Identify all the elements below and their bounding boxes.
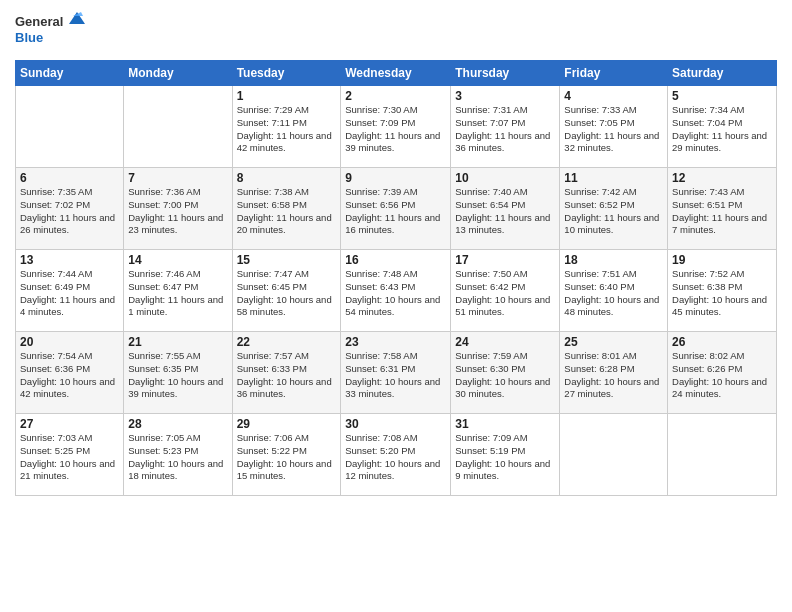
calendar-week-row: 6 Sunrise: 7:35 AM Sunset: 7:02 PM Dayli… bbox=[16, 168, 777, 250]
col-sunday: Sunday bbox=[16, 61, 124, 86]
col-friday: Friday bbox=[560, 61, 668, 86]
calendar-cell: 26 Sunrise: 8:02 AM Sunset: 6:26 PM Dayl… bbox=[668, 332, 777, 414]
day-info: Sunrise: 7:36 AM Sunset: 7:00 PM Dayligh… bbox=[128, 186, 227, 237]
calendar-cell: 18 Sunrise: 7:51 AM Sunset: 6:40 PM Dayl… bbox=[560, 250, 668, 332]
day-number: 10 bbox=[455, 171, 555, 185]
day-info: Sunrise: 7:34 AM Sunset: 7:04 PM Dayligh… bbox=[672, 104, 772, 155]
day-number: 4 bbox=[564, 89, 663, 103]
calendar-cell: 22 Sunrise: 7:57 AM Sunset: 6:33 PM Dayl… bbox=[232, 332, 341, 414]
sunrise-text: Sunrise: 7:06 AM bbox=[237, 432, 309, 443]
calendar: Sunday Monday Tuesday Wednesday Thursday… bbox=[15, 60, 777, 496]
daylight-text: Daylight: 11 hours and 42 minutes. bbox=[237, 130, 332, 154]
calendar-cell: 11 Sunrise: 7:42 AM Sunset: 6:52 PM Dayl… bbox=[560, 168, 668, 250]
day-number: 5 bbox=[672, 89, 772, 103]
logo-svg: General Blue bbox=[15, 10, 85, 52]
sunset-text: Sunset: 6:42 PM bbox=[455, 281, 525, 292]
sunset-text: Sunset: 6:45 PM bbox=[237, 281, 307, 292]
sunset-text: Sunset: 7:04 PM bbox=[672, 117, 742, 128]
day-info: Sunrise: 7:40 AM Sunset: 6:54 PM Dayligh… bbox=[455, 186, 555, 237]
sunrise-text: Sunrise: 7:38 AM bbox=[237, 186, 309, 197]
day-number: 25 bbox=[564, 335, 663, 349]
day-number: 18 bbox=[564, 253, 663, 267]
col-wednesday: Wednesday bbox=[341, 61, 451, 86]
col-tuesday: Tuesday bbox=[232, 61, 341, 86]
day-number: 31 bbox=[455, 417, 555, 431]
day-info: Sunrise: 7:48 AM Sunset: 6:43 PM Dayligh… bbox=[345, 268, 446, 319]
sunrise-text: Sunrise: 7:43 AM bbox=[672, 186, 744, 197]
calendar-cell: 13 Sunrise: 7:44 AM Sunset: 6:49 PM Dayl… bbox=[16, 250, 124, 332]
sunrise-text: Sunrise: 7:44 AM bbox=[20, 268, 92, 279]
sunset-text: Sunset: 7:05 PM bbox=[564, 117, 634, 128]
sunset-text: Sunset: 6:30 PM bbox=[455, 363, 525, 374]
sunrise-text: Sunrise: 7:34 AM bbox=[672, 104, 744, 115]
calendar-week-row: 1 Sunrise: 7:29 AM Sunset: 7:11 PM Dayli… bbox=[16, 86, 777, 168]
daylight-text: Daylight: 10 hours and 39 minutes. bbox=[128, 376, 223, 400]
calendar-cell: 23 Sunrise: 7:58 AM Sunset: 6:31 PM Dayl… bbox=[341, 332, 451, 414]
sunset-text: Sunset: 6:33 PM bbox=[237, 363, 307, 374]
svg-marker-2 bbox=[69, 12, 85, 24]
sunset-text: Sunset: 5:19 PM bbox=[455, 445, 525, 456]
sunrise-text: Sunrise: 7:47 AM bbox=[237, 268, 309, 279]
day-number: 23 bbox=[345, 335, 446, 349]
day-info: Sunrise: 7:58 AM Sunset: 6:31 PM Dayligh… bbox=[345, 350, 446, 401]
sunrise-text: Sunrise: 7:54 AM bbox=[20, 350, 92, 361]
sunrise-text: Sunrise: 7:50 AM bbox=[455, 268, 527, 279]
calendar-cell: 30 Sunrise: 7:08 AM Sunset: 5:20 PM Dayl… bbox=[341, 414, 451, 496]
calendar-cell: 20 Sunrise: 7:54 AM Sunset: 6:36 PM Dayl… bbox=[16, 332, 124, 414]
daylight-text: Daylight: 10 hours and 30 minutes. bbox=[455, 376, 550, 400]
day-number: 7 bbox=[128, 171, 227, 185]
sunset-text: Sunset: 6:56 PM bbox=[345, 199, 415, 210]
day-number: 9 bbox=[345, 171, 446, 185]
sunrise-text: Sunrise: 7:55 AM bbox=[128, 350, 200, 361]
day-number: 19 bbox=[672, 253, 772, 267]
sunrise-text: Sunrise: 8:02 AM bbox=[672, 350, 744, 361]
sunrise-text: Sunrise: 7:40 AM bbox=[455, 186, 527, 197]
daylight-text: Daylight: 10 hours and 45 minutes. bbox=[672, 294, 767, 318]
sunset-text: Sunset: 7:11 PM bbox=[237, 117, 307, 128]
day-number: 22 bbox=[237, 335, 337, 349]
day-number: 13 bbox=[20, 253, 119, 267]
calendar-cell: 27 Sunrise: 7:03 AM Sunset: 5:25 PM Dayl… bbox=[16, 414, 124, 496]
daylight-text: Daylight: 11 hours and 13 minutes. bbox=[455, 212, 550, 236]
daylight-text: Daylight: 10 hours and 24 minutes. bbox=[672, 376, 767, 400]
daylight-text: Daylight: 11 hours and 26 minutes. bbox=[20, 212, 115, 236]
day-info: Sunrise: 7:29 AM Sunset: 7:11 PM Dayligh… bbox=[237, 104, 337, 155]
day-number: 28 bbox=[128, 417, 227, 431]
calendar-week-row: 20 Sunrise: 7:54 AM Sunset: 6:36 PM Dayl… bbox=[16, 332, 777, 414]
daylight-text: Daylight: 11 hours and 4 minutes. bbox=[20, 294, 115, 318]
daylight-text: Daylight: 11 hours and 10 minutes. bbox=[564, 212, 659, 236]
daylight-text: Daylight: 10 hours and 15 minutes. bbox=[237, 458, 332, 482]
sunrise-text: Sunrise: 7:59 AM bbox=[455, 350, 527, 361]
day-number: 29 bbox=[237, 417, 337, 431]
daylight-text: Daylight: 10 hours and 48 minutes. bbox=[564, 294, 659, 318]
sunrise-text: Sunrise: 7:39 AM bbox=[345, 186, 417, 197]
sunrise-text: Sunrise: 7:58 AM bbox=[345, 350, 417, 361]
calendar-cell bbox=[668, 414, 777, 496]
day-number: 6 bbox=[20, 171, 119, 185]
sunrise-text: Sunrise: 7:03 AM bbox=[20, 432, 92, 443]
day-number: 24 bbox=[455, 335, 555, 349]
daylight-text: Daylight: 11 hours and 23 minutes. bbox=[128, 212, 223, 236]
calendar-cell: 21 Sunrise: 7:55 AM Sunset: 6:35 PM Dayl… bbox=[124, 332, 232, 414]
daylight-text: Daylight: 10 hours and 18 minutes. bbox=[128, 458, 223, 482]
col-saturday: Saturday bbox=[668, 61, 777, 86]
calendar-week-row: 27 Sunrise: 7:03 AM Sunset: 5:25 PM Dayl… bbox=[16, 414, 777, 496]
day-info: Sunrise: 7:43 AM Sunset: 6:51 PM Dayligh… bbox=[672, 186, 772, 237]
svg-marker-3 bbox=[73, 12, 83, 16]
sunset-text: Sunset: 6:26 PM bbox=[672, 363, 742, 374]
sunset-text: Sunset: 6:54 PM bbox=[455, 199, 525, 210]
sunset-text: Sunset: 6:28 PM bbox=[564, 363, 634, 374]
daylight-text: Daylight: 10 hours and 51 minutes. bbox=[455, 294, 550, 318]
daylight-text: Daylight: 11 hours and 32 minutes. bbox=[564, 130, 659, 154]
daylight-text: Daylight: 11 hours and 20 minutes. bbox=[237, 212, 332, 236]
daylight-text: Daylight: 11 hours and 39 minutes. bbox=[345, 130, 440, 154]
daylight-text: Daylight: 11 hours and 29 minutes. bbox=[672, 130, 767, 154]
sunset-text: Sunset: 6:49 PM bbox=[20, 281, 90, 292]
sunset-text: Sunset: 5:25 PM bbox=[20, 445, 90, 456]
daylight-text: Daylight: 10 hours and 58 minutes. bbox=[237, 294, 332, 318]
day-info: Sunrise: 7:30 AM Sunset: 7:09 PM Dayligh… bbox=[345, 104, 446, 155]
day-number: 16 bbox=[345, 253, 446, 267]
day-number: 17 bbox=[455, 253, 555, 267]
day-info: Sunrise: 7:33 AM Sunset: 7:05 PM Dayligh… bbox=[564, 104, 663, 155]
day-info: Sunrise: 7:51 AM Sunset: 6:40 PM Dayligh… bbox=[564, 268, 663, 319]
